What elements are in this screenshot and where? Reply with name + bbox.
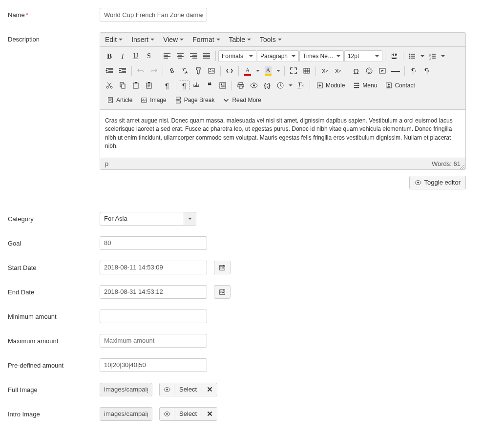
number-list-button[interactable]: 123	[426, 50, 439, 62]
undo-button[interactable]	[134, 65, 147, 77]
full-image-preview-button[interactable]	[160, 383, 174, 396]
intro-image-preview-button[interactable]	[160, 408, 174, 420]
show-blocks-button[interactable]: ¶	[161, 80, 173, 91]
insertdatetime-menu[interactable]	[287, 80, 294, 91]
min-amount-input[interactable]	[100, 309, 207, 323]
indent-button[interactable]	[116, 65, 129, 77]
table-button[interactable]	[300, 65, 313, 77]
editor-path[interactable]: p	[105, 160, 108, 167]
outdent-button[interactable]	[103, 65, 116, 77]
strikethrough-button[interactable]: S	[143, 50, 155, 62]
svg-rect-43	[222, 292, 223, 293]
bullet-list-menu[interactable]	[419, 50, 426, 62]
svg-rect-20	[148, 82, 150, 83]
print-button[interactable]	[234, 80, 247, 91]
superscript-button[interactable]: X2	[332, 65, 344, 77]
name-input[interactable]	[100, 8, 207, 21]
preview-button[interactable]	[248, 80, 260, 91]
template-button[interactable]	[216, 80, 229, 91]
number-list-menu[interactable]	[440, 50, 446, 62]
special-char-button[interactable]: Ω	[350, 65, 362, 77]
goal-input[interactable]	[100, 236, 207, 250]
svg-rect-22	[221, 83, 222, 85]
page-break-button[interactable]: Page Break	[171, 94, 219, 106]
menu-insert[interactable]: Insert	[131, 36, 154, 43]
ltr-button[interactable]: ¶‹	[407, 65, 420, 77]
menu-table[interactable]: Table	[229, 36, 251, 43]
link-button[interactable]	[166, 65, 178, 77]
contact-button[interactable]: Contact	[381, 80, 419, 91]
intro-image-clear-button[interactable]	[202, 408, 217, 420]
align-justify-button[interactable]	[200, 50, 213, 62]
formats-select[interactable]: Formats	[218, 50, 256, 62]
full-image-clear-button[interactable]	[202, 383, 217, 396]
media-button[interactable]	[376, 65, 389, 77]
intro-image-select-button[interactable]: Select	[174, 408, 202, 420]
svg-point-30	[388, 84, 390, 86]
category-label: Category	[8, 212, 100, 223]
svg-rect-17	[133, 83, 138, 88]
copy-button[interactable]	[116, 80, 129, 91]
anchor-button[interactable]	[192, 65, 205, 77]
resize-grip[interactable]	[460, 164, 464, 168]
font-family-select[interactable]: Times Ne…	[299, 50, 344, 62]
fullscreen-button[interactable]	[287, 65, 300, 77]
article-button[interactable]: Article	[103, 94, 136, 106]
paste-button[interactable]	[129, 80, 142, 91]
start-date-picker-button[interactable]	[214, 261, 231, 274]
underline-button[interactable]: U	[129, 50, 142, 62]
full-image-select-button[interactable]: Select	[174, 383, 202, 396]
min-amount-label: Minimum amount	[8, 309, 100, 320]
menu-edit[interactable]: Edit	[105, 36, 123, 43]
remove-format-button[interactable]: T×	[294, 80, 307, 91]
image-insert-button[interactable]: Image	[137, 94, 170, 106]
menu-view[interactable]: View	[163, 36, 184, 43]
nonbreaking-button[interactable]	[190, 80, 203, 91]
svg-rect-42	[221, 292, 222, 293]
subscript-button[interactable]: X2	[318, 65, 331, 77]
chevron-down-icon[interactable]	[184, 212, 196, 226]
bg-color-button[interactable]: A	[262, 65, 274, 77]
font-size-select[interactable]: 12pt	[344, 50, 382, 62]
align-center-button[interactable]	[174, 50, 187, 62]
svg-point-26	[253, 84, 255, 86]
align-right-button[interactable]	[187, 50, 200, 62]
read-more-button[interactable]: Read More	[219, 94, 265, 106]
bg-color-menu[interactable]	[275, 65, 282, 77]
italic-button[interactable]: I	[116, 50, 129, 62]
start-date-input[interactable]	[100, 261, 207, 274]
show-invisible-button[interactable]: ¶	[179, 81, 189, 90]
insert-image-button[interactable]	[205, 65, 218, 77]
unlink-button[interactable]	[179, 65, 191, 77]
close-icon	[207, 411, 213, 417]
rtl-button[interactable]: ¶›	[420, 65, 433, 77]
editor-content[interactable]: Cras sit amet augue nisi. Donec quam mas…	[100, 110, 465, 158]
bold-button[interactable]: B	[103, 50, 116, 62]
source-code-button[interactable]	[223, 65, 236, 77]
module-button[interactable]: Module	[313, 80, 349, 91]
text-color-button[interactable]: A	[241, 65, 254, 77]
toggle-editor-button[interactable]: Toggle editor	[409, 176, 466, 189]
predefined-input[interactable]	[100, 358, 207, 372]
insertdatetime-button[interactable]	[274, 80, 287, 91]
svg-rect-8	[304, 68, 310, 73]
menu-insert-button[interactable]: Menu	[349, 80, 381, 91]
text-color-menu[interactable]	[254, 65, 261, 77]
redo-button[interactable]	[147, 65, 160, 77]
find-replace-button[interactable]	[388, 50, 400, 62]
align-left-button[interactable]	[161, 50, 173, 62]
menu-format[interactable]: Format	[192, 36, 220, 43]
bullet-list-button[interactable]	[406, 50, 419, 62]
blockquote-button[interactable]: ❝	[203, 80, 216, 91]
codesample-button[interactable]: {;}	[261, 80, 273, 91]
hr-button[interactable]: —	[389, 65, 402, 77]
block-select[interactable]: Paragraph	[257, 50, 299, 62]
emoticon-button[interactable]	[363, 65, 376, 77]
end-date-picker-button[interactable]	[214, 285, 231, 299]
menu-tools[interactable]: Tools	[260, 36, 282, 43]
max-amount-input[interactable]	[100, 334, 207, 348]
cut-button[interactable]	[103, 80, 116, 91]
end-date-input[interactable]	[100, 285, 207, 299]
category-select[interactable]: For Asia	[100, 212, 196, 226]
paste-text-button[interactable]	[143, 80, 155, 91]
